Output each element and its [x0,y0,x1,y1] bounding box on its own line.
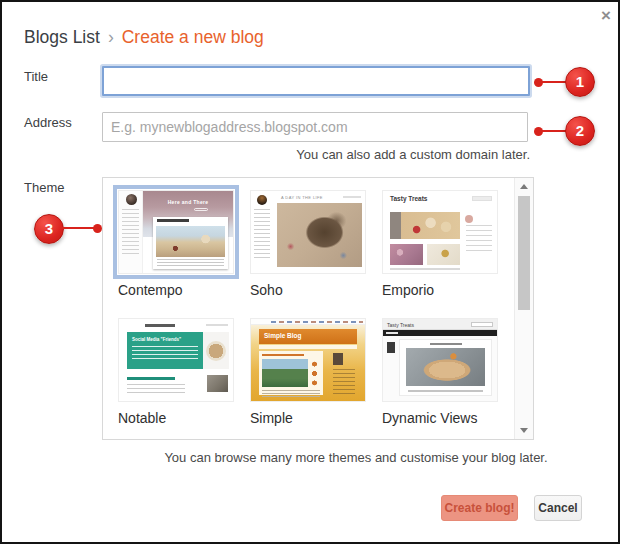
thumb-post-photo [156,226,225,257]
theme-option-simple[interactable]: Simple Blog Simple [250,318,366,426]
thumb-coffee-photo [203,332,229,369]
thumb-post-title [157,219,189,222]
thumb-photo-left [390,244,423,265]
theme-scrollbar[interactable] [514,178,533,439]
breadcrumb-blogs-list[interactable]: Blogs List [24,27,100,47]
theme-name: Notable [118,410,234,426]
annotation-badge-3: 3 [34,214,104,244]
cancel-button[interactable]: Cancel [534,495,582,521]
thumb-sidebar [251,191,273,273]
thumb-post-card [399,339,492,396]
theme-thumbnail-notable[interactable]: Social Media "Friends" [118,318,234,402]
thumb-caption-line [408,390,483,392]
theme-helper-text: You can browse many more themes and cust… [142,450,570,465]
thumb-teal-card: Social Media "Friends" [127,332,203,369]
badge-dot [93,224,102,233]
thumb-preview-title: Here and There [143,199,233,205]
title-label: Title [24,69,48,84]
thumb-photo-right [427,244,460,265]
thumb-avatar [465,215,473,223]
breadcrumb: Blogs List›Create a new blog [24,27,264,48]
thumb-header-line [145,324,175,327]
thumb-heading-line [127,377,175,380]
theme-name: Soho [250,282,366,298]
theme-option-dynamic-views[interactable]: Tasty Treats Dynamic Views [382,318,498,426]
theme-picker: Here and There Contempo A DAY IN THE LIF… [102,177,534,440]
badge-number: 1 [565,67,595,97]
theme-thumbnail-emporio[interactable]: Tasty Treats [382,190,498,274]
scrollbar-thumb[interactable] [518,196,530,310]
theme-option-notable[interactable]: Social Media "Friends" Notable [118,318,234,426]
annotation-badge-2: 2 [534,116,596,146]
scroll-up-arrow-icon[interactable] [520,184,528,189]
address-input[interactable] [102,112,528,142]
thumb-photo-small [333,353,343,365]
create-blog-dialog: × Blogs List›Create a new blog Title 1 A… [0,0,620,544]
thumb-hero-button [194,208,208,211]
badge-number: 2 [565,116,595,146]
thumb-post-card [153,217,228,269]
create-blog-button[interactable]: Create blog! [441,495,518,521]
thumb-search-box [471,322,493,327]
thumb-nav-box [472,196,492,201]
badge-line [541,81,566,83]
title-input[interactable] [102,66,530,96]
address-helper-text: You can also add a custom domain later. [102,147,530,162]
address-label: Address [24,115,72,130]
theme-name: Contempo [118,282,234,298]
thumb-landscape-photo [262,359,308,387]
theme-option-emporio[interactable]: Tasty Treats Emporio [382,190,498,298]
badge-line [541,130,566,132]
thumb-preview-title: Tasty Treats [387,322,414,328]
thumb-menu-lines [343,196,361,198]
close-icon[interactable]: × [601,7,611,24]
thumb-sidebar [119,191,143,273]
page-title: Create a new blog [122,27,264,47]
thumb-icon-dots [310,360,319,387]
thumb-preview-title: Tasty Treats [390,195,427,202]
thumb-photo-small [207,375,228,392]
theme-name: Dynamic Views [382,410,498,426]
theme-name: Emporio [382,282,498,298]
thumb-preview-title: Social Media "Friends" [132,337,181,342]
thumb-navbar [251,319,365,325]
thumb-text-lines [127,384,185,396]
thumb-body [383,336,497,401]
thumb-text-lines [157,259,224,266]
thumb-tabs-bar [259,345,357,349]
theme-thumbnail-soho[interactable]: A DAY IN THE LIFE [250,190,366,274]
thumb-text-lines [262,390,320,399]
thumb-food-photo [390,212,460,239]
thumb-text-lines [466,225,492,251]
thumb-cat-photo [277,203,362,267]
scroll-down-arrow-icon[interactable] [520,428,528,433]
thumb-preview-title: Simple Blog [264,332,302,339]
thumb-menu-lines [206,324,228,326]
theme-thumbnail-simple[interactable]: Simple Blog [250,318,366,402]
theme-name: Simple [250,410,366,426]
thumb-main-column [259,351,323,395]
badge-number: 3 [34,214,64,244]
thumb-side-icon [387,342,395,353]
theme-thumbnail-contempo[interactable]: Here and There [118,190,234,274]
thumb-text-lines [132,346,198,362]
thumb-heading-line [262,354,304,356]
annotation-badge-1: 1 [534,67,596,97]
theme-label: Theme [24,180,64,195]
thumb-caption-line [390,268,460,270]
thumb-post-title [430,343,462,345]
theme-thumbnail-dynamic-views[interactable]: Tasty Treats [382,318,498,402]
thumb-food-photo [406,348,485,386]
theme-option-contempo[interactable]: Here and There Contempo [118,190,234,298]
badge-line [62,227,95,229]
thumb-text-lines [333,369,355,397]
thumb-preview-title: A DAY IN THE LIFE [281,195,323,200]
breadcrumb-separator: › [100,27,122,47]
theme-option-soho[interactable]: A DAY IN THE LIFE Soho [250,190,366,298]
thumb-sidebar [331,351,357,395]
